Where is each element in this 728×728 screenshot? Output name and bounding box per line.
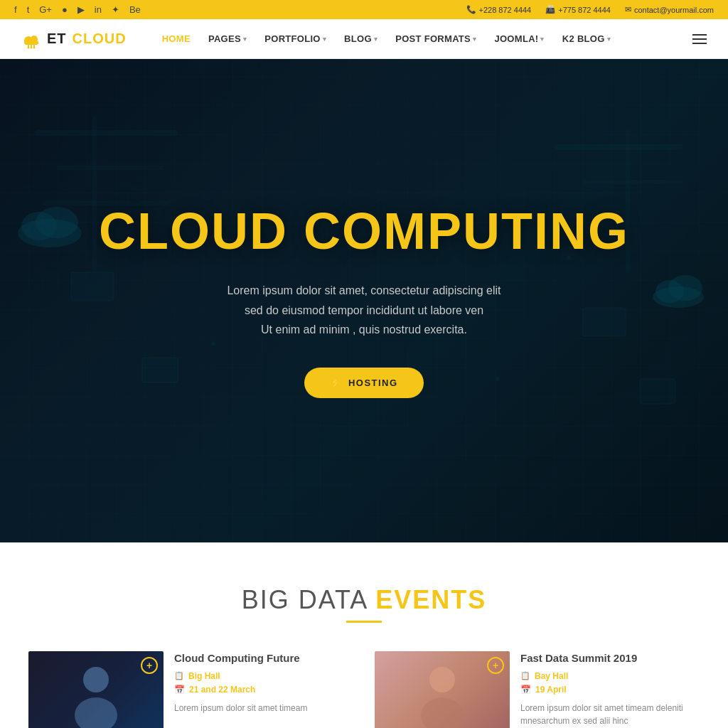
section-title: BIG DATA EVENTS xyxy=(28,585,700,615)
contact-info: 📞 +228 872 4444 📠 +775 872 4444 ✉ contac… xyxy=(466,5,714,14)
social-behance[interactable]: Be xyxy=(129,4,141,15)
social-linkedin[interactable]: in xyxy=(95,4,102,15)
email-icon: ✉ xyxy=(625,5,631,14)
event-excerpt-1: Lorem ipsum dolor sit amet timeam xyxy=(174,702,353,714)
nav-item-post-formats[interactable]: POST FORMATS ▾ xyxy=(388,28,483,50)
nav-link-post-formats[interactable]: POST FORMATS ▾ xyxy=(388,28,483,50)
hamburger-menu[interactable] xyxy=(692,34,707,44)
event-title-1[interactable]: Cloud Computing Future xyxy=(174,651,353,665)
event-venue-2: 📋 Bay Hall xyxy=(520,671,700,681)
event-image-2: + xyxy=(375,651,510,728)
event-venue-1: 📋 Big Hall xyxy=(174,671,353,681)
svg-rect-2 xyxy=(24,41,38,45)
contact-fax: 📠 +775 872 4444 xyxy=(545,5,611,14)
nav-link-home[interactable]: HOME xyxy=(155,28,198,50)
event-info-1: Cloud Computing Future 📋 Big Hall 📅 21 a… xyxy=(174,651,353,714)
svg-point-32 xyxy=(75,697,117,728)
event-card-1: + Cloud Computing Future 📋 Big Hall 📅 21… xyxy=(28,651,353,728)
navbar: ET CLOUD HOME PAGES ▾ PORTFOLIO ▾ BLOG ▾ xyxy=(0,19,728,59)
contact-phone: 📞 +228 872 4444 xyxy=(466,5,532,14)
nav-link-joomla[interactable]: JOOMLA! ▾ xyxy=(487,28,551,50)
hero-content: CLOUD COMPUTING Lorem ipsum dolor sit am… xyxy=(56,203,672,398)
hamburger-line xyxy=(692,38,707,40)
lightning-icon: ⚡ xyxy=(330,378,343,388)
events-section: BIG DATA EVENTS + Cloud Computing Future xyxy=(0,542,728,728)
svg-point-30 xyxy=(668,275,702,301)
chevron-down-icon: ▾ xyxy=(540,36,544,43)
nav-item-pages[interactable]: PAGES ▾ xyxy=(201,28,254,50)
nav-link-k2blog[interactable]: K2 BLOG ▾ xyxy=(555,28,618,50)
logo-et-text: ET xyxy=(47,31,67,47)
phone-icon: 📞 xyxy=(466,5,476,14)
events-grid: + Cloud Computing Future 📋 Big Hall 📅 21… xyxy=(28,651,700,728)
social-youtube[interactable]: ▶ xyxy=(77,4,85,15)
svg-point-33 xyxy=(429,667,455,692)
social-twitter[interactable]: t xyxy=(27,4,30,15)
event-plus-icon: + xyxy=(141,657,158,674)
hero-title: CLOUD COMPUTING xyxy=(99,203,629,259)
svg-point-8 xyxy=(33,46,36,48)
section-divider xyxy=(346,621,382,623)
event-card-2: + Fast Data Summit 2019 📋 Bay Hall 📅 19 … xyxy=(375,651,700,728)
nav-links: HOME PAGES ▾ PORTFOLIO ▾ BLOG ▾ POST FOR… xyxy=(155,28,618,50)
hamburger-line xyxy=(692,34,707,36)
hero-section: CLOUD COMPUTING Lorem ipsum dolor sit am… xyxy=(0,59,728,542)
social-star[interactable]: ✦ xyxy=(112,4,119,15)
logo-cloud-icon xyxy=(21,29,41,49)
social-google-plus[interactable]: G+ xyxy=(39,4,52,15)
chevron-down-icon: ▾ xyxy=(473,36,476,43)
social-facebook[interactable]: f xyxy=(14,4,17,15)
fax-icon: 📠 xyxy=(545,5,555,14)
hero-subtitle: Lorem ipsum dolor sit amet, consectetur … xyxy=(165,281,563,339)
chevron-down-icon: ▾ xyxy=(323,36,326,43)
social-links: f t G+ ● ▶ in ✦ Be xyxy=(14,4,141,15)
calendar-icon-2: 📅 xyxy=(520,685,531,695)
calendar-icon-1: 📅 xyxy=(174,685,185,695)
venue-icon-1: 📋 xyxy=(174,671,184,680)
venue-icon-2: 📋 xyxy=(520,671,530,680)
event-excerpt-2: Lorem ipsum dolor sit amet timeam deleni… xyxy=(520,702,700,727)
svg-point-34 xyxy=(421,697,464,728)
hosting-button[interactable]: ⚡ HOSTING xyxy=(304,368,423,398)
nav-item-portfolio[interactable]: PORTFOLIO ▾ xyxy=(257,28,333,50)
logo[interactable]: ET CLOUD xyxy=(21,29,127,49)
nav-item-home[interactable]: HOME xyxy=(155,28,198,50)
nav-item-blog[interactable]: BLOG ▾ xyxy=(337,28,385,50)
nav-item-joomla[interactable]: JOOMLA! ▾ xyxy=(487,28,551,50)
svg-point-31 xyxy=(83,667,109,692)
event-title-2[interactable]: Fast Data Summit 2019 xyxy=(520,651,700,665)
hamburger-line xyxy=(692,43,707,44)
event-date-1: 📅 21 and 22 March xyxy=(174,685,353,695)
svg-point-6 xyxy=(28,46,30,48)
event-plus-icon-2: + xyxy=(487,657,504,674)
nav-link-blog[interactable]: BLOG ▾ xyxy=(337,28,385,50)
event-info-2: Fast Data Summit 2019 📋 Bay Hall 📅 19 Ap… xyxy=(520,651,700,727)
top-bar: f t G+ ● ▶ in ✦ Be 📞 +228 872 4444 📠 +77… xyxy=(0,0,728,19)
event-date-2: 📅 19 April xyxy=(520,685,700,695)
chevron-down-icon: ▾ xyxy=(243,36,247,43)
social-circle[interactable]: ● xyxy=(62,4,68,15)
nav-link-portfolio[interactable]: PORTFOLIO ▾ xyxy=(257,28,333,50)
logo-cloud-text: CLOUD xyxy=(73,31,127,47)
nav-link-pages[interactable]: PAGES ▾ xyxy=(201,28,254,50)
nav-item-k2blog[interactable]: K2 BLOG ▾ xyxy=(555,28,618,50)
event-image-1: + xyxy=(28,651,164,728)
chevron-down-icon: ▾ xyxy=(607,36,611,43)
svg-point-7 xyxy=(31,46,33,48)
chevron-down-icon: ▾ xyxy=(374,36,378,43)
contact-email: ✉ contact@yourmail.com xyxy=(625,5,714,14)
